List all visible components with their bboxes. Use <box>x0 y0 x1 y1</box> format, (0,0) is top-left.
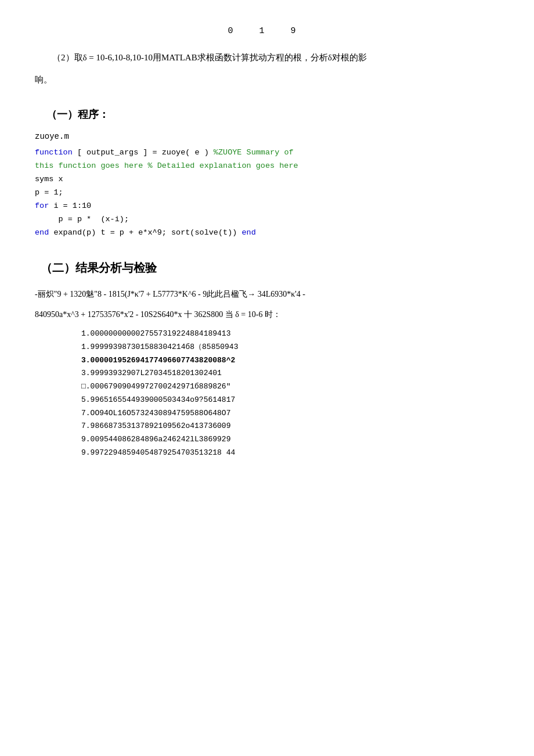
result-line-6: 7.OO94OL16O5732430894759588O648O7 <box>81 407 499 420</box>
code-block: function [ output_args ] = zuoye( e ) %Z… <box>35 146 499 240</box>
code-expand: expand(p) t = p + e*x^9; sort(solve(t)) <box>49 228 241 237</box>
keyword-end2: end <box>241 228 255 237</box>
result-line-2: 3.000001952694177496607743820088^2 <box>81 354 499 368</box>
result-line-3: 3.99993932907L27034518201302401 <box>81 367 499 380</box>
result-line-1: 1.999993987301588304214б8（85850943 <box>81 341 499 354</box>
result-line-8: 9.009544086284896a246242lL3869929 <box>81 433 499 447</box>
code-line-4: p = 1; <box>35 186 499 200</box>
page-container: 0 1 9 （2）取δ = 10-6,10-8,10-10用MATLAB求根函数… <box>35 23 499 460</box>
result-line-0: 1.00000000000275573l9224884189413 <box>81 327 499 341</box>
code-syms: syms x <box>35 175 63 183</box>
heading2: （二）结果分析与检验 <box>41 257 499 278</box>
analysis-line1: -丽炽"9 + 1320魅"8 - 1815(J*κ'7 + L57773*K^… <box>35 287 499 301</box>
code-for-range: i = 1:10 <box>49 201 91 210</box>
code-line-7: end expand(p) t = p + e*x^9; sort(solve(… <box>35 226 499 240</box>
code-line-3: syms x <box>35 173 499 186</box>
code-line-1: function [ output_args ] = zuoye( e ) %Z… <box>35 146 499 160</box>
code-comment-2: this function goes here % Detailed expla… <box>35 161 298 170</box>
heading1: （一）程序： <box>46 105 499 124</box>
code-function-sig: [ output_args ] = zuoye( e ) <box>73 148 214 157</box>
code-comment-1: %ZUOYE Summary of <box>214 148 294 157</box>
file-label: zuoye.m <box>35 129 499 144</box>
result-line-9: 9.99722948594054879254703513218 44 <box>81 447 499 460</box>
results-block: 1.00000000000275573l92248841894131.99999… <box>81 327 499 460</box>
analysis-line2: 840950a*x^3 + 12753576*x'2 - 10S2S640*x … <box>35 307 499 322</box>
result-line-4: □.00067909049972700242971б889826" <box>81 380 499 394</box>
code-p-update: p = p * (x-i); <box>35 215 129 224</box>
keyword-function: function <box>35 148 73 157</box>
impact-text: 响。 <box>35 72 499 88</box>
keyword-for: for <box>35 201 49 210</box>
top-numbers: 0 1 9 <box>35 23 499 39</box>
keyword-end1: end <box>35 228 49 237</box>
code-line-2: this function goes here % Detailed expla… <box>35 160 499 173</box>
code-line-5: for i = 1:10 <box>35 200 499 213</box>
section2-text: （2）取δ = 10-6,10-8,10-10用MATLAB求根函数计算扰动方程… <box>35 49 499 66</box>
code-p-init: p = 1; <box>35 188 63 197</box>
result-line-5: 5.9965165544939000503434о9?5614817 <box>81 394 499 407</box>
code-line-6: p = p * (x-i); <box>35 213 499 226</box>
result-line-7: 7.986687353137892109562о413736009 <box>81 420 499 433</box>
